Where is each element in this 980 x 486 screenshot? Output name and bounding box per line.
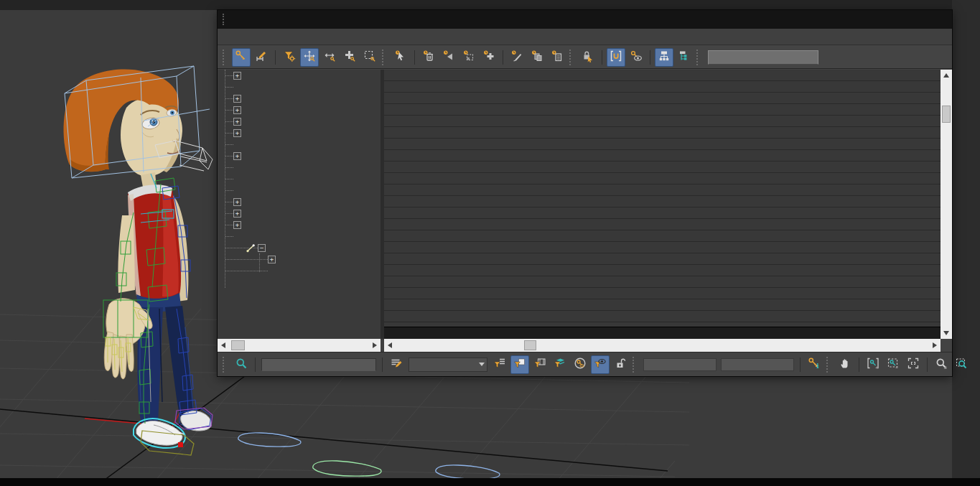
add-keys-button[interactable] — [340, 48, 359, 67]
menu-item-4[interactable] — [311, 29, 332, 45]
vertical-scrollbar[interactable] — [941, 70, 952, 339]
scroll-up-arrow[interactable] — [941, 70, 952, 81]
tree-row[interactable] — [218, 184, 381, 196]
expand-box-icon[interactable]: + — [233, 95, 241, 103]
tree-row[interactable]: + — [218, 104, 381, 116]
scale-keys-button[interactable] — [360, 48, 379, 67]
toolbar-grip[interactable] — [382, 50, 386, 65]
tree-row[interactable] — [218, 162, 381, 173]
key-stats-button[interactable]: i — [805, 355, 823, 374]
tree-row[interactable]: + — [218, 150, 381, 162]
scroll-down-arrow[interactable] — [941, 327, 952, 339]
pan-button[interactable] — [836, 355, 854, 374]
time-ruler[interactable] — [384, 327, 941, 339]
tree-scroll-right-arrow[interactable] — [369, 340, 381, 351]
menu-item-5[interactable] — [332, 29, 354, 45]
edit-track-set-button[interactable] — [387, 355, 406, 374]
window-titlebar[interactable] — [218, 10, 952, 29]
toolbar-grip[interactable] — [633, 357, 637, 373]
track-set-select[interactable] — [409, 358, 487, 372]
filter-selected-tracks-button[interactable] — [510, 355, 529, 374]
close-button[interactable] — [932, 13, 945, 26]
edit-ranges-button[interactable] — [252, 48, 271, 67]
expand-box-icon[interactable]: + — [233, 72, 241, 80]
expand-box-icon[interactable]: + — [233, 221, 241, 229]
collapse-box-icon[interactable]: − — [258, 244, 266, 252]
expand-box-icon[interactable]: + — [233, 152, 241, 160]
unlock-tangents-button[interactable] — [611, 355, 630, 374]
tree-row[interactable]: + — [218, 127, 381, 139]
tree-row[interactable]: + — [218, 253, 381, 265]
timeline-h-scrollbar[interactable] — [384, 339, 941, 352]
filter-active-layer-button[interactable] — [551, 355, 569, 374]
tree-row[interactable] — [218, 173, 381, 184]
tree-scroll-thumb[interactable] — [231, 340, 245, 350]
select-time-button[interactable] — [391, 48, 410, 67]
tree-row[interactable] — [218, 139, 381, 150]
keyframe-pane[interactable] — [384, 70, 941, 327]
tree-row[interactable]: + — [218, 93, 381, 104]
snap-frames-button[interactable] — [607, 48, 625, 67]
filter-visible-objects-button[interactable] — [591, 355, 610, 374]
tree-row[interactable]: + — [218, 116, 381, 127]
tree-h-scrollbar[interactable] — [218, 339, 381, 352]
key-time-field[interactable] — [643, 358, 717, 371]
expand-box-icon[interactable]: + — [233, 118, 241, 126]
expand-box-icon[interactable]: + — [233, 198, 241, 206]
track-set-name-input[interactable] — [261, 358, 376, 371]
tree-scroll-left-arrow[interactable] — [218, 340, 229, 351]
zoom-horizontal-extents-keys-button[interactable] — [864, 355, 882, 374]
toolbar-grip[interactable] — [826, 357, 831, 373]
zoom-selected-object-button[interactable] — [232, 355, 251, 374]
scale-time-button[interactable] — [459, 48, 478, 67]
show-keyable-tracks-button[interactable] — [571, 355, 589, 374]
zoom-extents-button[interactable] — [904, 355, 923, 374]
cut-time-button[interactable] — [508, 48, 526, 67]
move-keys-button[interactable] — [300, 48, 319, 67]
tree-row[interactable] — [218, 81, 381, 93]
tree-row[interactable]: + — [218, 196, 381, 207]
filters-button[interactable] — [280, 48, 299, 67]
insert-time-button[interactable] — [480, 48, 498, 67]
menu-item-0[interactable] — [225, 29, 246, 45]
tree-row[interactable] — [218, 230, 381, 242]
select-subtree-button[interactable] — [675, 48, 694, 67]
trackview-name-field[interactable] — [708, 50, 818, 65]
toolbar-grip[interactable] — [223, 50, 227, 65]
tree-row[interactable]: + — [218, 207, 381, 219]
controller-tree[interactable]: +++++++++−+ — [218, 70, 381, 339]
menu-item-3[interactable] — [289, 29, 311, 45]
expand-box-icon[interactable]: + — [233, 106, 241, 114]
edit-keys-button[interactable] — [232, 48, 251, 67]
delete-time-button[interactable] — [419, 48, 438, 67]
toolbar-grip[interactable] — [223, 357, 227, 373]
key-value-field[interactable] — [721, 358, 794, 371]
show-keyable-icons-button[interactable] — [627, 48, 645, 67]
menu-item-1[interactable] — [246, 29, 268, 45]
slide-keys-button[interactable] — [320, 48, 339, 67]
paste-time-button[interactable] — [548, 48, 566, 67]
filter-animated-tracks-button[interactable] — [531, 355, 549, 374]
menu-item-2[interactable] — [268, 29, 289, 45]
expand-box-icon[interactable]: + — [233, 210, 241, 218]
copy-time-button[interactable] — [528, 48, 546, 67]
tree-row[interactable]: − — [218, 242, 381, 253]
timeline-scroll-thumb[interactable] — [524, 340, 536, 350]
tree-row[interactable] — [218, 276, 381, 288]
tree-row[interactable]: + — [218, 219, 381, 230]
edit-subtree-button[interactable] — [655, 48, 673, 67]
timeline-scroll-right-arrow[interactable] — [929, 340, 941, 351]
menu-item-6[interactable] — [354, 29, 375, 45]
lock-selection-button[interactable] — [579, 48, 597, 67]
expand-box-icon[interactable]: + — [268, 256, 276, 263]
zoom-region-button[interactable] — [952, 355, 971, 374]
reverse-time-button[interactable] — [439, 48, 458, 67]
timeline-scroll-left-arrow[interactable] — [384, 340, 396, 351]
toolbar-grip[interactable] — [696, 50, 701, 65]
filter-tracks-button[interactable] — [490, 355, 509, 374]
tree-row[interactable]: + — [218, 70, 381, 81]
tree-row[interactable] — [218, 265, 381, 276]
zoom-button[interactable] — [932, 355, 951, 374]
expand-box-icon[interactable]: + — [233, 129, 241, 137]
vertical-scroll-thumb[interactable] — [942, 106, 951, 123]
